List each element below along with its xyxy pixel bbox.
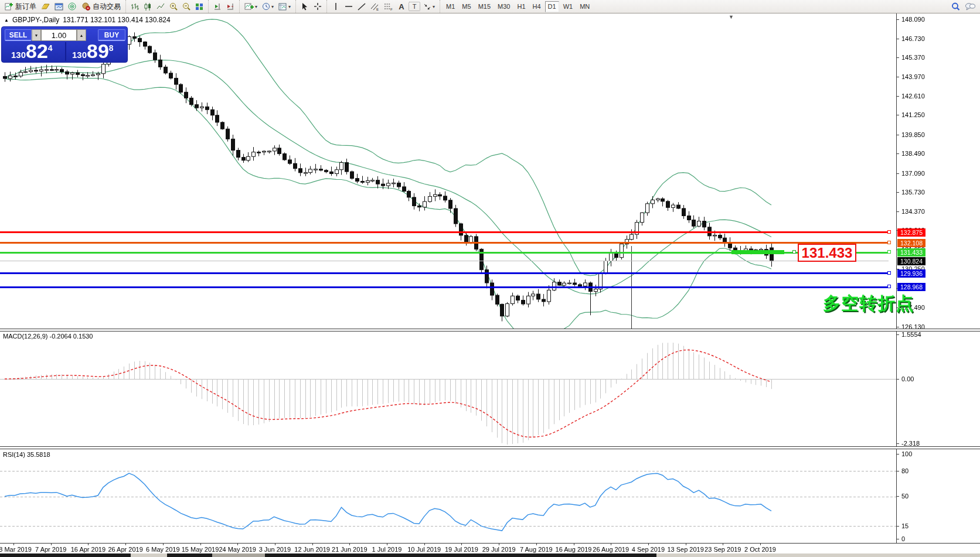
indicators-add-icon[interactable]: ▾ (243, 1, 259, 12)
signals-radar-icon[interactable] (66, 1, 79, 12)
volume-increase-button[interactable]: ▲ (77, 29, 86, 41)
text-label-tool-icon[interactable]: T (409, 2, 420, 11)
date-axis-label: 24 May 2019 (219, 546, 256, 553)
date-axis-label: 28 Mar 2019 (0, 546, 32, 553)
text-tool-icon[interactable]: A (396, 1, 407, 12)
zoom-in-icon[interactable] (168, 1, 179, 12)
macd-panel-splitter[interactable] (0, 329, 980, 332)
rsi-indicator-label: RSI(14) 35.5818 (3, 451, 50, 458)
horizontal-price-line[interactable] (0, 261, 889, 261)
price-tick-mark (897, 77, 899, 77)
trade-panel-divider (65, 42, 66, 61)
line-end-handle[interactable] (887, 285, 891, 288)
rsi-tick-label: 15 (901, 522, 908, 529)
line-end-handle[interactable] (887, 250, 891, 254)
candlestick-chart-icon[interactable] (142, 1, 154, 12)
chart-shift-marker-icon[interactable]: ▼ (729, 14, 734, 20)
line-end-handle[interactable] (887, 271, 891, 275)
price-tick-mark (897, 153, 899, 154)
date-axis-label: 23 Sep 2019 (705, 546, 741, 553)
fibonacci-tool-icon[interactable]: F (382, 1, 394, 12)
crosshair-icon[interactable] (312, 1, 324, 12)
arrows-dropdown-caret[interactable]: ▾ (433, 4, 435, 9)
line-end-handle[interactable] (887, 241, 891, 244)
date-axis-label: 13 Sep 2019 (667, 546, 703, 553)
volume-decrease-button[interactable]: ▼ (32, 29, 41, 41)
zoom-out-icon[interactable] (181, 1, 192, 12)
buy-button[interactable]: BUY (98, 29, 125, 41)
date-axis-label: 12 Jun 2019 (294, 546, 330, 553)
rsi-tick-mark (897, 471, 899, 471)
scrollbar-thumb[interactable] (212, 553, 265, 557)
timeframe-button-m15[interactable]: M15 (475, 1, 494, 12)
thick-trend-segment[interactable] (731, 250, 784, 254)
timeframe-button-mn[interactable]: MN (577, 1, 593, 12)
date-axis-label: 2 Oct 2019 (744, 546, 776, 553)
price-line-label: 132.875 (897, 228, 925, 237)
indicators-dropdown-caret[interactable]: ▾ (255, 4, 257, 9)
chat-bubbles-icon[interactable] (963, 1, 977, 12)
price-tick-mark (897, 173, 899, 174)
cursor-arrow-icon[interactable] (299, 1, 311, 12)
auto-trading-button[interactable]: 自动交易 (80, 1, 122, 12)
horizontal-line-tool-icon[interactable] (343, 1, 355, 12)
horizontal-price-line[interactable] (0, 242, 889, 244)
periods-clock-icon[interactable]: ▾ (260, 1, 275, 12)
sell-button[interactable]: SELL (5, 29, 32, 41)
timeframe-button-h4[interactable]: H4 (530, 1, 544, 12)
templates-dropdown-caret[interactable]: ▾ (288, 4, 291, 9)
volume-input[interactable]: 1.00 (41, 29, 77, 41)
rsi-panel-splitter[interactable] (0, 446, 980, 449)
timeframe-button-h1[interactable]: H1 (514, 1, 528, 12)
timeframe-button-m30[interactable]: M30 (495, 1, 513, 12)
trendline-tool-icon[interactable] (356, 1, 368, 12)
vertical-line-tool-icon[interactable] (330, 1, 342, 12)
macd-tick-label: 1.5554 (901, 331, 921, 338)
macd-indicator-label: MACD(12,26,9) -0.2064 0.1530 (3, 333, 93, 340)
toolbar-group-cursor (295, 0, 326, 13)
trend-segment-handle[interactable] (792, 250, 796, 254)
toolbar-group-right (947, 0, 980, 13)
line-end-handle[interactable] (887, 230, 891, 234)
bar-chart-icon[interactable] (129, 1, 141, 12)
new-order-button[interactable]: 新订单 (3, 1, 38, 12)
horizontal-price-line[interactable] (0, 286, 889, 288)
price-tick-label: 145.370 (901, 54, 925, 61)
market-watch-icon[interactable] (53, 1, 65, 12)
date-axis-label: 29 Jul 2019 (482, 546, 516, 553)
rsi-tick-mark (897, 496, 899, 497)
timeframe-button-m1[interactable]: M1 (443, 1, 458, 12)
price-tick-label: 146.730 (901, 35, 925, 42)
price-line-label: 131.433 (897, 248, 925, 257)
auto-scroll-icon[interactable] (212, 1, 223, 12)
channel-tool-icon[interactable]: E (369, 1, 381, 12)
date-axis-label: 19 Jul 2019 (445, 546, 478, 553)
buy-price[interactable]: 130898 (72, 41, 114, 62)
search-icon[interactable] (950, 1, 962, 12)
new-order-label: 新订单 (15, 2, 36, 12)
main-toolbar: 新订单 自动交易 (0, 0, 980, 13)
scrollbar-segment (0, 553, 131, 557)
favorites-book-icon[interactable] (39, 1, 52, 12)
horizontal-price-line[interactable] (0, 231, 889, 233)
chart-shift-icon[interactable] (224, 1, 236, 12)
timeframe-button-d1[interactable]: D1 (545, 1, 559, 12)
timeframe-button-w1[interactable]: W1 (560, 1, 576, 12)
horizontal-price-line[interactable] (0, 272, 889, 274)
symbol-title: GBPJPY-,Daily (12, 16, 59, 24)
tile-windows-icon[interactable] (193, 1, 205, 12)
arrows-tool-icon[interactable]: ▾ (421, 1, 437, 12)
turning-point-annotation[interactable]: 多空转折点 (823, 292, 914, 316)
periods-dropdown-caret[interactable]: ▾ (271, 4, 274, 9)
price-callout-box[interactable]: 131.433 (798, 244, 856, 262)
price-tick-label: 135.730 (901, 189, 925, 196)
sell-price[interactable]: 130824 (11, 41, 53, 62)
templates-icon[interactable]: ▾ (277, 1, 292, 12)
timeframe-button-m5[interactable]: M5 (459, 1, 474, 12)
bottom-scrollbar-strip[interactable] (0, 553, 980, 557)
collapse-arrow-icon[interactable]: ▲ (4, 18, 9, 23)
line-chart-icon[interactable] (155, 1, 166, 12)
rsi-tick-label: 80 (901, 467, 908, 474)
chart-canvas[interactable] (0, 0, 980, 557)
price-tick-label: 138.490 (901, 150, 925, 157)
